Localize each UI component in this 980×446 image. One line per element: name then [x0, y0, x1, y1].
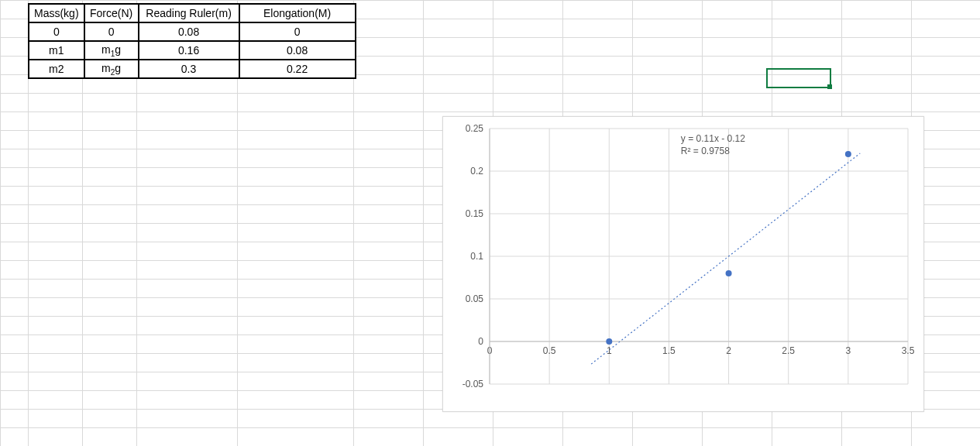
svg-text:0.15: 0.15 — [466, 208, 484, 219]
cell-elong[interactable]: 0 — [239, 22, 356, 41]
table-row[interactable]: m1 m1g 0.16 0.08 — [29, 41, 356, 60]
scatter-chart[interactable]: -0.0500.050.10.150.20.2500.511.522.533.5… — [442, 116, 924, 412]
cell-force[interactable]: m2g — [84, 60, 139, 78]
chart-canvas: -0.0500.050.10.150.20.2500.511.522.533.5… — [443, 117, 923, 411]
spreadsheet-sheet: Mass(kg) Force(N) Reading Ruler(m) Elong… — [0, 0, 980, 446]
svg-text:0.2: 0.2 — [470, 166, 483, 177]
svg-text:0.1: 0.1 — [470, 251, 483, 262]
svg-text:3.5: 3.5 — [902, 345, 915, 356]
svg-point-35 — [845, 151, 851, 157]
svg-text:2: 2 — [726, 345, 731, 356]
svg-point-34 — [726, 270, 732, 276]
cell-mass[interactable]: m2 — [29, 60, 84, 78]
svg-text:3: 3 — [846, 345, 851, 356]
svg-text:0.5: 0.5 — [543, 345, 556, 356]
svg-text:1: 1 — [607, 345, 612, 356]
col-ruler[interactable]: Reading Ruler(m) — [139, 4, 239, 22]
cell-ruler[interactable]: 0.16 — [139, 41, 239, 60]
svg-line-32 — [591, 153, 860, 364]
fill-handle[interactable] — [827, 84, 832, 89]
cell-mass[interactable]: m1 — [29, 41, 84, 60]
data-table[interactable]: Mass(kg) Force(N) Reading Ruler(m) Elong… — [28, 3, 356, 79]
table-header-row[interactable]: Mass(kg) Force(N) Reading Ruler(m) Elong… — [29, 4, 356, 22]
cell-force[interactable]: 0 — [84, 22, 139, 41]
cell-elong[interactable]: 0.22 — [239, 60, 356, 78]
svg-text:2.5: 2.5 — [782, 345, 795, 356]
svg-text:y = 0.11x - 0.12: y = 0.11x - 0.12 — [681, 133, 745, 144]
cell-elong[interactable]: 0.08 — [239, 41, 356, 60]
svg-text:R² = 0.9758: R² = 0.9758 — [681, 146, 730, 156]
table-row[interactable]: 0 0 0.08 0 — [29, 22, 356, 41]
cell-force[interactable]: m1g — [84, 41, 139, 60]
col-force[interactable]: Force(N) — [84, 4, 139, 22]
svg-text:0.05: 0.05 — [466, 293, 484, 304]
svg-text:1.5: 1.5 — [662, 345, 676, 356]
cell-mass[interactable]: 0 — [29, 22, 84, 41]
table-row[interactable]: m2 m2g 0.3 0.22 — [29, 60, 356, 78]
cell-ruler[interactable]: 0.08 — [139, 22, 239, 41]
col-mass[interactable]: Mass(kg) — [29, 4, 84, 22]
svg-point-33 — [606, 338, 612, 345]
svg-text:-0.05: -0.05 — [462, 379, 484, 389]
active-cell-cursor[interactable] — [766, 68, 831, 88]
svg-text:0: 0 — [478, 336, 483, 347]
col-elongation[interactable]: Elongation(M) — [239, 4, 356, 22]
cell-ruler[interactable]: 0.3 — [139, 60, 239, 78]
svg-text:0.25: 0.25 — [466, 123, 484, 134]
